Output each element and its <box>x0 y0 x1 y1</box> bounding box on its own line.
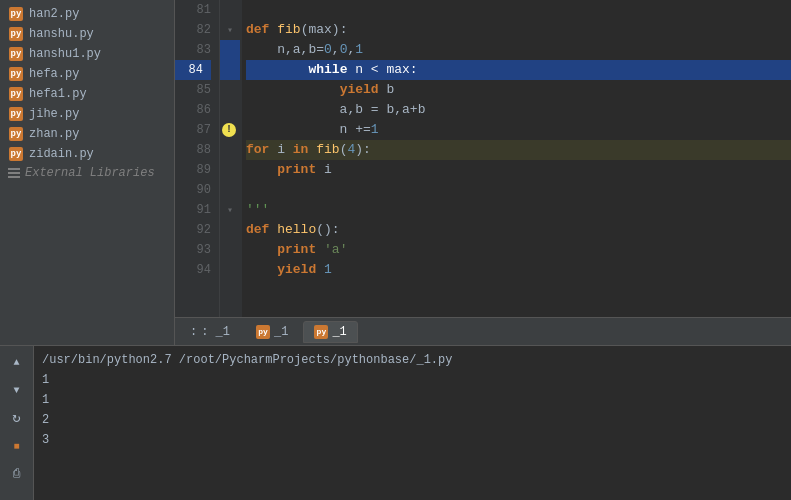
number: 1 <box>371 120 379 140</box>
line-num: 83 <box>175 40 211 60</box>
code-text <box>269 220 277 240</box>
keyword-print: print <box>277 160 316 180</box>
code-text: b <box>379 80 395 100</box>
code-text <box>246 60 308 80</box>
code-view: 81 82 83 84 85 86 87 88 89 90 91 92 93 9… <box>175 0 791 317</box>
sidebar: py han2.py py hanshu.py py hanshu1.py py… <box>0 0 175 345</box>
print-button[interactable] <box>6 462 28 484</box>
scroll-down-button[interactable] <box>6 378 28 400</box>
gutter-88 <box>220 140 240 160</box>
tab-run2[interactable]: py _1 <box>303 321 357 343</box>
gutter-87-warn: ! <box>220 120 240 140</box>
gutter-82-fold[interactable]: ▾ <box>220 20 240 40</box>
code-line-87: n +=1 <box>246 120 791 140</box>
line-num: 88 <box>175 140 211 160</box>
line-num: 90 <box>175 180 211 200</box>
line-num: 84 <box>175 60 211 80</box>
keyword-yield: yield <box>277 260 316 280</box>
code-text <box>308 140 316 160</box>
code-text <box>246 260 277 280</box>
gutter-81 <box>220 0 240 20</box>
editor-area: 81 82 83 84 85 86 87 88 89 90 91 92 93 9… <box>175 0 791 345</box>
line-num: 89 <box>175 160 211 180</box>
keyword-while: while <box>308 60 347 80</box>
console-toolbar <box>0 346 34 500</box>
gutter-89 <box>220 160 240 180</box>
library-icon <box>8 168 20 178</box>
code-content[interactable]: def fib(max): n,a,b=0,0,1 while n < max:… <box>242 0 791 317</box>
number: 0 <box>324 40 332 60</box>
gutter-92 <box>220 220 240 240</box>
sidebar-item-jihe[interactable]: py jihe.py <box>0 104 174 124</box>
line-num: 82 <box>175 20 211 40</box>
stop-icon <box>13 438 19 453</box>
code-text: n += <box>246 120 371 140</box>
code-line-84: while n < max: <box>246 60 791 80</box>
console-output-4: 3 <box>42 430 783 450</box>
code-text: , <box>347 40 355 60</box>
py-run-icon: py <box>314 325 328 339</box>
code-text: i <box>269 140 292 160</box>
line-num: 92 <box>175 220 211 240</box>
arrow-up-icon <box>13 354 19 369</box>
sidebar-item-external-libraries[interactable]: External Libraries <box>0 164 174 182</box>
sidebar-item-hanshu[interactable]: py hanshu.py <box>0 24 174 44</box>
py-icon: py <box>8 66 24 82</box>
sidebar-item-zhan[interactable]: py zhan.py <box>0 124 174 144</box>
number: 1 <box>324 260 332 280</box>
line-num: 94 <box>175 260 211 280</box>
code-line-91: ''' <box>246 200 791 220</box>
sidebar-label: zidain.py <box>29 147 94 161</box>
main-area: py han2.py py hanshu.py py hanshu1.py py… <box>0 0 791 345</box>
sidebar-item-hefa1[interactable]: py hefa1.py <box>0 84 174 104</box>
code-text: ( <box>340 140 348 160</box>
gutter-91-fold[interactable]: ▾ <box>220 200 240 220</box>
code-line-92: def hello(): <box>246 220 791 240</box>
code-text: n,a,b= <box>246 40 324 60</box>
sidebar-item-zidain[interactable]: py zidain.py <box>0 144 174 164</box>
keyword-print: print <box>277 240 316 260</box>
rerun-icon <box>12 409 20 426</box>
number: 0 <box>340 40 348 60</box>
console-output-1: 1 <box>42 370 783 390</box>
code-text: a,b = b,a+b <box>246 100 425 120</box>
line-num: 91 <box>175 200 211 220</box>
code-text <box>316 240 324 260</box>
console-output-3: 2 <box>42 410 783 430</box>
code-text: (): <box>316 220 339 240</box>
line-num: 81 <box>175 0 211 20</box>
scroll-up-button[interactable] <box>6 350 28 372</box>
string: 'a' <box>324 240 347 260</box>
console-command: /usr/bin/python2.7 /root/PycharmProjects… <box>42 350 783 370</box>
code-line-82: def fib(max): <box>246 20 791 40</box>
line-num: 87 <box>175 120 211 140</box>
keyword-for: for <box>246 140 269 160</box>
tab-label: : _1 <box>201 325 230 339</box>
py-icon: py <box>8 126 24 142</box>
code-text: (max): <box>301 20 348 40</box>
line-numbers: 81 82 83 84 85 86 87 88 89 90 91 92 93 9… <box>175 0 220 317</box>
py-icon: py <box>8 106 24 122</box>
py-icon: py <box>8 26 24 42</box>
sidebar-item-hanshu1[interactable]: py hanshu1.py <box>0 44 174 64</box>
tab-terminal[interactable]: : : _1 <box>179 321 241 343</box>
gutter-85 <box>220 80 240 100</box>
keyword: def <box>246 20 269 40</box>
rerun-button[interactable] <box>6 406 28 428</box>
line-num: 86 <box>175 100 211 120</box>
tab-run1[interactable]: py _1 <box>245 321 299 343</box>
line-num: 85 <box>175 80 211 100</box>
docstring: ''' <box>246 200 269 220</box>
terminal-icon: : <box>190 325 197 339</box>
keyword-yield: yield <box>340 80 379 100</box>
py-icon: py <box>8 86 24 102</box>
console-area: /usr/bin/python2.7 /root/PycharmProjects… <box>0 345 791 500</box>
code-line-85: yield b <box>246 80 791 100</box>
sidebar-item-hefa[interactable]: py hefa.py <box>0 64 174 84</box>
keyword-def: def <box>246 220 269 240</box>
stop-button[interactable] <box>6 434 28 456</box>
sidebar-item-han2[interactable]: py han2.py <box>0 4 174 24</box>
code-text <box>246 80 340 100</box>
gutter-83 <box>220 40 240 60</box>
sidebar-label: zhan.py <box>29 127 79 141</box>
